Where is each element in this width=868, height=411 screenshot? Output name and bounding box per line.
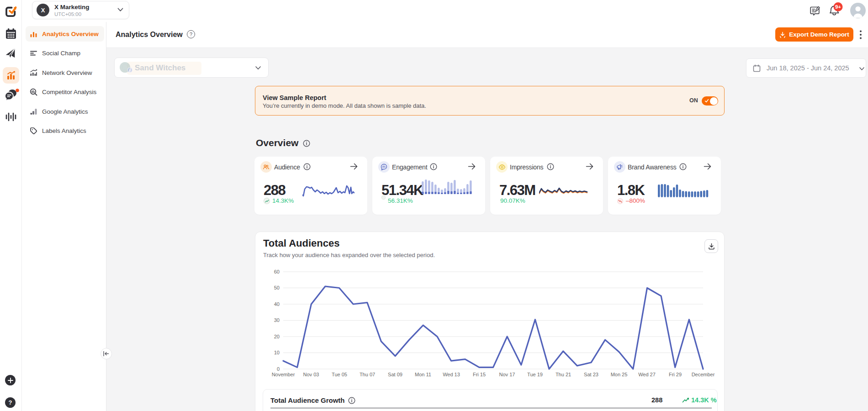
svg-text:Thu 07: Thu 07 [360, 372, 375, 377]
svg-text:Nov 03: Nov 03 [303, 372, 319, 377]
svg-text:Fri 29: Fri 29 [669, 372, 682, 377]
svg-text:Tue 19: Tue 19 [527, 372, 543, 377]
svg-text:9+: 9+ [835, 4, 841, 10]
svg-text:40: 40 [274, 301, 280, 307]
svg-text:Mon 25: Mon 25 [611, 372, 628, 377]
svg-text:Wed 13: Wed 13 [443, 372, 460, 377]
svg-text:Nov 17: Nov 17 [499, 372, 515, 377]
svg-text:60: 60 [274, 269, 280, 274]
svg-text:10: 10 [274, 350, 280, 355]
svg-text:20: 20 [274, 334, 280, 339]
svg-text:30: 30 [274, 317, 280, 323]
svg-text:Mon 11: Mon 11 [415, 372, 431, 377]
svg-text:December: December [692, 372, 715, 377]
svg-text:50: 50 [274, 285, 280, 290]
svg-text:November: November [272, 372, 295, 377]
svg-text:Wed 27: Wed 27 [638, 372, 656, 377]
svg-text:0: 0 [277, 366, 280, 372]
svg-text:Sat 23: Sat 23 [584, 372, 598, 377]
svg-text:Thu 21: Thu 21 [556, 372, 571, 377]
svg-text:Fri 15: Fri 15 [473, 372, 486, 377]
svg-text:Tue 05: Tue 05 [332, 372, 347, 377]
svg-text:Sat 09: Sat 09 [388, 372, 402, 377]
